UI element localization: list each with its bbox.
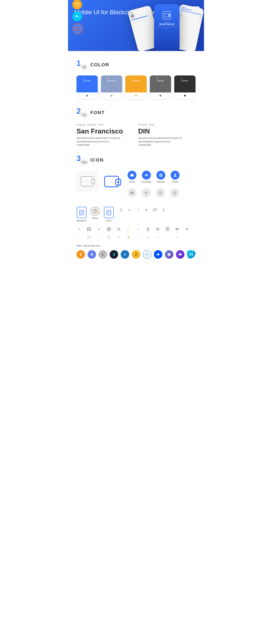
svg-rect-53 bbox=[109, 235, 111, 237]
icon-number-big: 3 bbox=[76, 154, 81, 163]
color-swatches-container: #3574FA #8DA0C8 #F5A623 bbox=[76, 76, 196, 99]
assets-icon-svg bbox=[130, 173, 134, 177]
assets-label: Assets bbox=[129, 181, 135, 183]
hero-badges: Ps 60+ Screens bbox=[72, 0, 83, 34]
management-label: Mangment bbox=[76, 220, 86, 222]
svg-marker-64 bbox=[168, 253, 171, 256]
info-icon-gray: ℹ bbox=[174, 234, 180, 240]
svg-rect-31 bbox=[87, 229, 88, 230]
svg-rect-48 bbox=[87, 237, 88, 238]
discover-gray-circle bbox=[156, 188, 165, 197]
nav-icon-profile-gray bbox=[170, 188, 179, 197]
svg-point-13 bbox=[160, 192, 161, 194]
history-icon-circle bbox=[91, 207, 100, 216]
color-dot-orange bbox=[135, 95, 137, 96]
sf-style-label: Regular ' Medium ' Bold bbox=[76, 123, 134, 126]
icon-main-row: Assets Exchange Discover bbox=[76, 171, 196, 200]
color-hex-dark: #303030 bbox=[181, 78, 188, 82]
crypto-icon-waves bbox=[154, 250, 162, 259]
blockchain-label-row: BlockChain Icon bbox=[76, 244, 196, 247]
svg-rect-55 bbox=[109, 238, 111, 239]
svg-rect-11 bbox=[131, 193, 132, 194]
color-bottom-orange bbox=[126, 92, 146, 99]
svg-rect-33 bbox=[87, 230, 88, 231]
font-section-title: FONT bbox=[90, 110, 105, 116]
svg-rect-50 bbox=[87, 238, 88, 239]
font-section: 2 TWO FONT Regular ' Medium ' Bold San F… bbox=[76, 107, 196, 146]
svg-rect-47 bbox=[88, 236, 91, 236]
crypto-icon-dash: D bbox=[121, 250, 129, 259]
feather-svg bbox=[112, 252, 116, 256]
nav-icon-exchange-gray bbox=[142, 188, 151, 197]
crypto-icon-hbar bbox=[187, 250, 196, 259]
management-icon-svg bbox=[79, 210, 84, 215]
svg-rect-30 bbox=[88, 228, 91, 228]
list-icon-gray bbox=[86, 234, 92, 240]
svg-rect-32 bbox=[88, 229, 91, 229]
color-swatch-gray: #666666 bbox=[150, 76, 171, 99]
din-lowercase: abcdefghijklmnopqrstuvwxyz bbox=[138, 140, 196, 143]
close-icon: ✕ bbox=[184, 226, 190, 232]
check-icon: ✓ bbox=[96, 226, 102, 232]
sf-lowercase: abcdefghijklmnopqrstuvwxyz bbox=[76, 140, 134, 143]
sf-font-name: San Francisco bbox=[76, 127, 134, 135]
blockchain-line bbox=[76, 246, 82, 246]
color-dot-grayblue bbox=[111, 95, 112, 96]
color-dot-gray bbox=[160, 95, 161, 96]
assets-gray-svg bbox=[130, 191, 134, 195]
app-icon-order: Order bbox=[104, 207, 114, 222]
svg-rect-6 bbox=[131, 175, 132, 176]
nav-icon-profile: Profile bbox=[171, 171, 180, 183]
crypto-icon-eth bbox=[88, 250, 96, 259]
color-hex-grayblue: #8DA0C8 bbox=[108, 78, 116, 82]
svg-marker-63 bbox=[156, 253, 160, 255]
speech-icon: 💬 bbox=[152, 207, 158, 213]
svg-point-4 bbox=[117, 181, 119, 183]
svg-point-8 bbox=[160, 174, 162, 176]
order-label: Order bbox=[106, 220, 112, 222]
app-icon-management: Mangment bbox=[76, 207, 86, 222]
din-style-label: Medium ' Bold bbox=[138, 123, 196, 126]
wallet-icon-guide bbox=[81, 176, 94, 186]
phone-mockups-area: Profile myWallet $6,297,502.12 bbox=[128, 4, 202, 51]
svg-point-42 bbox=[157, 228, 158, 230]
sf-numbers: 1234567890 bbox=[76, 144, 134, 146]
refresh-icon-gray: ↺ bbox=[116, 234, 122, 240]
din-font-name: DIN bbox=[138, 127, 196, 135]
crypto-icon-btc: ₿ bbox=[76, 250, 85, 259]
history-icon-svg bbox=[92, 208, 98, 214]
crypto-icons-row: ₿ Ł D Z bbox=[76, 250, 196, 259]
color-hex-orange: #F5A623 bbox=[132, 78, 140, 82]
management-icon-box bbox=[77, 207, 86, 218]
svg-rect-46 bbox=[87, 236, 88, 236]
gem-svg bbox=[167, 252, 171, 256]
profile-icon-circle bbox=[171, 171, 180, 180]
history-label: History bbox=[92, 217, 98, 219]
color-section-number: 1 ONE bbox=[76, 60, 87, 70]
wallet-filled-svg bbox=[104, 174, 121, 188]
arrows-icon-gray: ⇄ bbox=[145, 234, 151, 240]
app-icons-row: Mangment History bbox=[76, 207, 196, 222]
color-number-big: 1 bbox=[76, 59, 81, 68]
wallet-icon-filled-container bbox=[102, 171, 123, 192]
svg-point-9 bbox=[174, 174, 176, 175]
svg-rect-54 bbox=[107, 238, 108, 239]
nav-icon-discover-gray bbox=[156, 188, 165, 197]
font-section-number: 2 TWO bbox=[76, 107, 87, 118]
nav-icons-group: Assets Exchange Discover bbox=[128, 171, 180, 200]
x-icon-gray: ✕ bbox=[155, 234, 161, 240]
svg-rect-35 bbox=[107, 227, 108, 229]
svg-rect-34 bbox=[88, 230, 91, 230]
discover-icon-circle bbox=[156, 171, 165, 180]
svg-rect-52 bbox=[107, 235, 108, 237]
plus-icon-gray: + bbox=[76, 234, 82, 240]
color-number-word: ONE bbox=[81, 64, 87, 70]
color-hex-gray: #666666 bbox=[157, 78, 164, 82]
check-icon-gray: ✓ bbox=[96, 234, 102, 240]
assets-gray-circle bbox=[128, 188, 136, 197]
color-swatch-blue: #3574FA bbox=[76, 76, 98, 99]
main-content: 1 ONE COLOR #3574FA #8DA0C8 bbox=[68, 51, 204, 274]
color-swatch-orange: #F5A623 bbox=[126, 76, 146, 99]
crypto-icon-gem bbox=[165, 250, 174, 259]
grid-crypto-svg bbox=[145, 252, 150, 257]
